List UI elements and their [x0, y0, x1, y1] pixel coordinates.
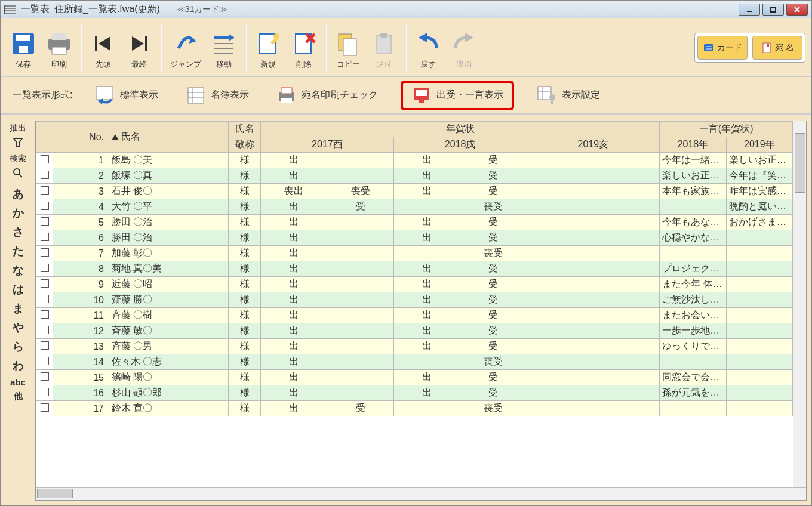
row-check[interactable]: [36, 370, 53, 385]
row-check[interactable]: [36, 292, 53, 308]
kana-ま[interactable]: ま: [13, 301, 24, 316]
cell-2018-in: 喪受: [460, 199, 527, 215]
row-check[interactable]: [36, 153, 53, 168]
table-row[interactable]: 10齋藤 勝〇様出出受ご無沙汰しておりますが...: [36, 292, 793, 308]
kana-ら[interactable]: ら: [13, 339, 24, 354]
table-row[interactable]: 2飯塚 〇真様出出受楽しいお正月をお過ごし...今年は『笑う』をテーマに...: [36, 168, 793, 184]
col-nenga[interactable]: 年賀状: [261, 122, 660, 137]
new-button[interactable]: 新規: [251, 23, 285, 72]
row-check[interactable]: [36, 401, 53, 416]
row-check[interactable]: [36, 230, 53, 246]
cell-comment-2019: 今年は『笑う』をテーマに...: [726, 168, 792, 184]
table-row[interactable]: 15篠崎 陽〇様出出受同窓会で会えるのを楽...: [36, 370, 793, 385]
cell-no: 16: [53, 385, 109, 401]
table-row[interactable]: 12斉藤 敏〇様出出受一歩一歩地に足をつけ...: [36, 323, 793, 339]
search-label[interactable]: 検索: [10, 153, 26, 164]
extract-label[interactable]: 抽出: [10, 123, 26, 134]
filter-icon[interactable]: [13, 137, 23, 150]
row-check[interactable]: [36, 199, 53, 215]
save-button[interactable]: 保存: [7, 23, 40, 72]
kana-や[interactable]: や: [13, 320, 24, 335]
other-filter[interactable]: 他: [14, 391, 23, 402]
kana-あ[interactable]: あ: [13, 186, 24, 202]
kana-た[interactable]: た: [13, 243, 24, 259]
redo-button[interactable]: 取消: [447, 23, 481, 72]
atena-tab[interactable]: 宛 名: [752, 36, 802, 60]
atena-check-button[interactable]: 宛名印刷チェック: [272, 83, 383, 108]
maximize-button[interactable]: [762, 4, 784, 16]
row-check[interactable]: [36, 168, 53, 184]
table-row[interactable]: 13斉藤 〇男様出出受ゆっくりですが頑張ってい...: [36, 339, 793, 354]
first-button[interactable]: 先頭: [87, 23, 120, 72]
save-icon: [10, 30, 36, 57]
meibo-view-button[interactable]: 名簿表示: [181, 83, 254, 108]
table-row[interactable]: 11斉藤 〇樹様出出受またお会いできるときを...: [36, 308, 793, 323]
cell-comment-2018: 一歩一歩地に足をつけ...: [660, 323, 726, 339]
col-2018[interactable]: 2018戌: [393, 137, 527, 153]
svg-rect-37: [96, 87, 113, 100]
minimize-button[interactable]: [739, 4, 760, 16]
row-check[interactable]: [36, 277, 53, 292]
print-button[interactable]: 印刷: [42, 23, 76, 72]
row-check[interactable]: [36, 215, 53, 230]
delete-button[interactable]: 削除: [287, 23, 321, 72]
row-check[interactable]: [36, 323, 53, 339]
copy-button[interactable]: コピー: [331, 23, 365, 72]
col-honor-top[interactable]: 氏名: [229, 122, 261, 137]
cell-2018-out: 出: [393, 370, 460, 385]
row-check[interactable]: [36, 246, 53, 261]
table-row[interactable]: 7加藤 彰〇様出喪受: [36, 246, 793, 261]
cell-name: 菊地 真〇美: [109, 261, 229, 277]
row-check[interactable]: [36, 308, 53, 323]
table-row[interactable]: 4大竹 〇平様出受喪受晩酌と庭いじりが最近の...: [36, 199, 793, 215]
row-check[interactable]: [36, 339, 53, 354]
cell-2018-out: 出: [393, 339, 460, 354]
cell-comment-2018: 今年もあなたらく、素敵...: [660, 215, 726, 230]
kana-か[interactable]: か: [13, 205, 24, 221]
col-check[interactable]: [36, 122, 53, 153]
col-hitokoto[interactable]: 一言(年賀状): [660, 122, 793, 137]
card-tab[interactable]: カード: [697, 36, 748, 60]
kana-は[interactable]: は: [13, 282, 24, 297]
table-row[interactable]: 9近藤 〇昭様出出受また今年 体重が増えま...: [36, 277, 793, 292]
cell-2017-out: 出: [261, 199, 327, 215]
search-icon[interactable]: [13, 168, 23, 180]
standard-view-button[interactable]: 標準表示: [90, 83, 163, 108]
row-check[interactable]: [36, 184, 53, 199]
undo-button[interactable]: 戻す: [411, 23, 445, 72]
table-row[interactable]: 1飯島 〇美様出出受今年は一緒にゴルフに...楽しいお正月をお過ごし...: [36, 153, 793, 168]
horizontal-scrollbar[interactable]: [36, 487, 806, 500]
paste-button[interactable]: 貼付: [367, 23, 401, 72]
table-row[interactable]: 5勝田 〇治様出出受今年もあなたらく、素敵...おかげさまで元気にして...: [36, 215, 793, 230]
table-row[interactable]: 6勝田 〇治様出出受心穏やかな一年をお過...: [36, 230, 793, 246]
table-row[interactable]: 14佐々木 〇志様出喪受: [36, 354, 793, 370]
kana-な[interactable]: な: [13, 263, 24, 278]
col-name[interactable]: 氏名: [109, 122, 229, 153]
close-button[interactable]: [786, 4, 808, 16]
table-row[interactable]: 8菊地 真〇美様出出受プロジェクトの成功に向...: [36, 261, 793, 277]
table-row[interactable]: 17鈴木 寛〇様出受喪受: [36, 401, 793, 416]
col-c2019[interactable]: 2019年: [726, 137, 792, 153]
display-settings-button[interactable]: 表示設定: [532, 83, 605, 108]
vertical-scrollbar[interactable]: [793, 121, 806, 487]
abc-filter[interactable]: abc: [10, 377, 26, 387]
col-2019[interactable]: 2019亥: [527, 137, 660, 153]
kana-わ[interactable]: わ: [13, 358, 24, 374]
cell-comment-2019: 昨年は実感のないまま...: [726, 184, 792, 199]
cell-comment-2018: また今年 体重が増えま...: [660, 277, 726, 292]
row-check[interactable]: [36, 261, 53, 277]
row-check[interactable]: [36, 385, 53, 401]
table-row[interactable]: 3石井 俊〇様喪出喪受出受本年も家族ともどもよろ...昨年は実感のないまま...: [36, 184, 793, 199]
col-2017[interactable]: 2017酉: [261, 137, 394, 153]
col-no[interactable]: No.: [53, 122, 109, 153]
last-button[interactable]: 最終: [122, 23, 156, 72]
col-honor[interactable]: 敬称: [229, 137, 261, 153]
col-c2018[interactable]: 2018年: [660, 137, 726, 153]
row-check[interactable]: [36, 354, 53, 370]
kana-さ[interactable]: さ: [13, 224, 24, 240]
deuke-view-button[interactable]: 出受・一言表示: [401, 81, 514, 110]
table-row[interactable]: 16杉山 顕〇郎様出出受孫が元気をくれます お...: [36, 385, 793, 401]
jump-button[interactable]: ジャンプ: [167, 23, 205, 72]
move-button[interactable]: 移動: [207, 23, 241, 72]
cell-2019-in: [593, 339, 659, 354]
